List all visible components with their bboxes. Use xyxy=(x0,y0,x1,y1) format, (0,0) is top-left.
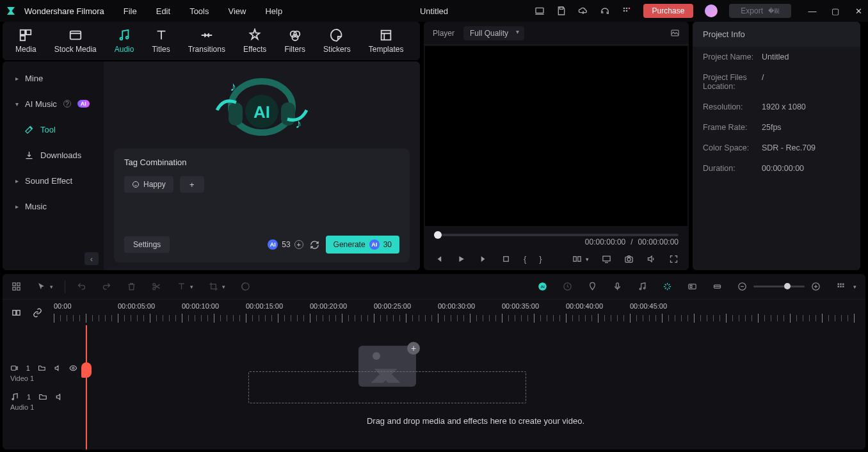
svg-rect-0 xyxy=(536,8,543,13)
delete-icon[interactable] xyxy=(127,282,136,291)
close-button[interactable]: ✕ xyxy=(854,6,863,16)
cursor-icon[interactable] xyxy=(36,282,46,291)
zoom-out-icon[interactable] xyxy=(737,282,747,291)
folder-icon[interactable] xyxy=(38,392,47,401)
mute-icon[interactable] xyxy=(54,364,62,373)
avatar[interactable] xyxy=(705,4,718,17)
text-icon[interactable] xyxy=(177,282,186,291)
mark-out-icon[interactable]: } xyxy=(539,254,542,264)
project-info-header: Project Info xyxy=(693,22,860,47)
menu-file[interactable]: File xyxy=(124,6,137,16)
eye-icon[interactable] xyxy=(69,364,77,373)
prev-frame-icon[interactable] xyxy=(434,254,444,264)
credits-indicator[interactable]: AI53+ xyxy=(268,239,303,250)
project-colorspace-value: SDR - Rec.709 xyxy=(762,143,816,152)
svg-point-44 xyxy=(643,287,645,289)
cloud-icon[interactable] xyxy=(578,6,588,16)
play-icon[interactable] xyxy=(456,254,466,264)
display-icon[interactable] xyxy=(602,254,611,264)
tab-audio[interactable]: Audio xyxy=(115,28,134,54)
mark-in-icon[interactable]: { xyxy=(524,254,526,264)
player-label: Player xyxy=(433,29,454,38)
export-button[interactable]: Export�親 xyxy=(729,4,791,18)
color-icon[interactable] xyxy=(241,282,250,291)
headphones-icon[interactable] xyxy=(600,6,610,16)
fullscreen-icon[interactable] xyxy=(669,254,679,264)
minimize-button[interactable]: — xyxy=(808,6,817,16)
folder-icon[interactable] xyxy=(38,364,46,373)
zoom-slider[interactable] xyxy=(753,286,805,287)
link-tracks-icon[interactable] xyxy=(12,308,21,318)
tab-media[interactable]: Media xyxy=(15,28,36,54)
generate-button[interactable]: GenerateAI30 xyxy=(326,236,399,254)
tab-titles[interactable]: Titles xyxy=(152,28,170,54)
next-frame-icon[interactable] xyxy=(479,254,488,264)
compare-icon[interactable] xyxy=(572,254,582,264)
tab-stickers[interactable]: Stickers xyxy=(323,28,351,54)
track-manager-icon[interactable] xyxy=(12,282,21,291)
apps-icon[interactable] xyxy=(622,6,632,16)
tab-filters[interactable]: Filters xyxy=(284,28,305,54)
track-header-audio[interactable]: 1 Audio 1 xyxy=(3,392,85,421)
camera-icon[interactable] xyxy=(624,254,634,264)
audio-mixer-icon[interactable] xyxy=(638,282,647,291)
settings-button[interactable]: Settings xyxy=(124,236,170,253)
track-header-video[interactable]: 1 Video 1 xyxy=(3,364,85,392)
auto-ripple-icon[interactable] xyxy=(663,282,672,291)
svg-rect-29 xyxy=(603,256,610,261)
render-icon[interactable] xyxy=(687,282,697,291)
svg-rect-58 xyxy=(12,366,16,370)
snapshot-icon[interactable] xyxy=(670,28,680,38)
add-tag-button[interactable]: + xyxy=(180,176,204,193)
speed-icon[interactable] xyxy=(563,282,572,291)
ai-tools-icon[interactable]: AI xyxy=(538,282,547,291)
tab-stock-media[interactable]: Stock Media xyxy=(54,28,97,54)
tab-transitions[interactable]: Transitions xyxy=(188,28,225,54)
device-icon[interactable] xyxy=(534,6,545,16)
player-total-time: 00:00:00:00 xyxy=(638,238,679,246)
save-icon[interactable] xyxy=(556,6,567,16)
sidebar-item-ai-music[interactable]: ▾AI Music?AI xyxy=(3,91,104,117)
player-scrubber[interactable]: 00:00:00:00/00:00:00:00 xyxy=(424,227,689,250)
redo-icon[interactable] xyxy=(102,282,111,291)
menu-tools[interactable]: Tools xyxy=(189,6,209,16)
keyframe-icon[interactable] xyxy=(712,282,722,291)
drop-zone[interactable] xyxy=(248,371,526,403)
thumbnails-icon[interactable] xyxy=(836,282,846,291)
purchase-button[interactable]: Purchase xyxy=(643,4,694,18)
sidebar-item-music[interactable]: ▸Music xyxy=(3,193,104,219)
split-icon[interactable] xyxy=(152,282,161,291)
crop-icon[interactable] xyxy=(209,282,218,291)
zoom-in-icon[interactable] xyxy=(811,282,821,291)
marker-icon[interactable] xyxy=(588,282,597,291)
maximize-button[interactable]: ▢ xyxy=(831,6,840,16)
quality-select[interactable]: Full Quality xyxy=(463,26,524,40)
sidebar-item-mine[interactable]: ▸Mine xyxy=(3,65,104,91)
timeline-ruler[interactable]: 00:00 00:00:05:00 00:00:10:00 00:00:15:0… xyxy=(54,300,856,325)
tag-chip-happy[interactable]: Happy xyxy=(124,176,173,193)
playhead[interactable] xyxy=(86,325,87,449)
app-logo-icon xyxy=(5,5,17,17)
sidebar-item-tool[interactable]: Tool xyxy=(3,117,104,142)
sidebar-item-downloads[interactable]: Downloads xyxy=(3,142,104,168)
menu-edit[interactable]: Edit xyxy=(156,6,170,16)
menu-help[interactable]: Help xyxy=(265,6,282,16)
tab-effects[interactable]: Effects xyxy=(243,28,266,54)
collapse-sidebar-button[interactable]: ‹ xyxy=(84,252,99,265)
svg-rect-8 xyxy=(26,30,31,35)
voiceover-icon[interactable] xyxy=(613,282,622,291)
sidebar-item-sound-effect[interactable]: ▸Sound Effect xyxy=(3,168,104,193)
magnet-icon[interactable] xyxy=(33,308,42,318)
timeline-tracks[interactable]: Drag and drop media and effects here to … xyxy=(86,325,865,449)
wand-icon xyxy=(24,125,34,134)
mute-icon[interactable] xyxy=(55,392,64,401)
volume-icon[interactable] xyxy=(647,254,656,264)
tab-templates[interactable]: Templates xyxy=(369,28,404,54)
timeline-toolbar: ▾ ▾ ▾ AI ▾ xyxy=(3,274,865,300)
undo-icon[interactable] xyxy=(77,282,86,291)
player-viewport[interactable] xyxy=(425,46,687,226)
download-icon xyxy=(24,150,34,160)
stop-icon[interactable] xyxy=(501,254,511,264)
menu-view[interactable]: View xyxy=(228,6,246,16)
refresh-icon[interactable] xyxy=(310,240,319,250)
